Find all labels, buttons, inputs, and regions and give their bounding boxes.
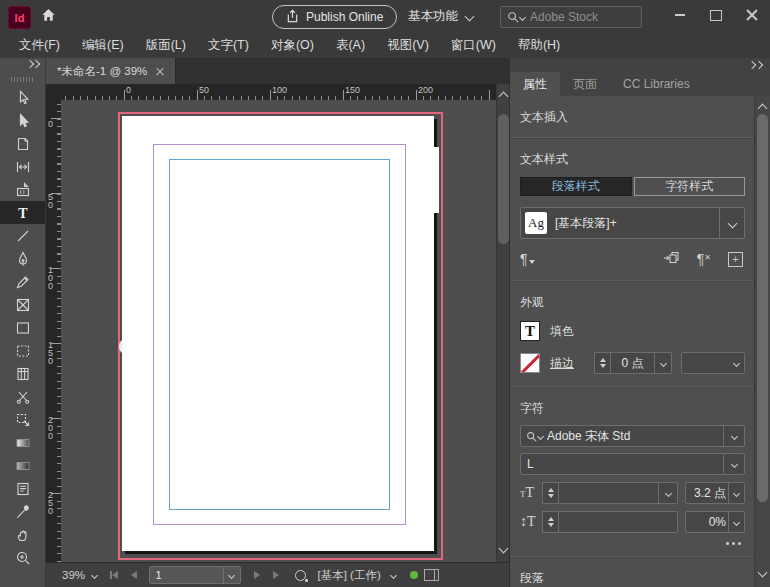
- direct-selection-tool[interactable]: [0, 109, 45, 132]
- tools-collapse-button[interactable]: [0, 58, 45, 74]
- divider: [510, 280, 755, 281]
- leading-stepper[interactable]: [542, 511, 559, 533]
- scroll-down-icon[interactable]: [499, 544, 509, 554]
- stroke-color-swatch[interactable]: [520, 353, 540, 373]
- selection-tool[interactable]: [0, 86, 45, 109]
- publish-online-button[interactable]: Publish Online: [272, 5, 397, 29]
- workspace-switcher[interactable]: 基本功能: [408, 8, 473, 25]
- panel-tab-属性[interactable]: 属性: [510, 72, 560, 96]
- type-tool[interactable]: T: [0, 201, 45, 224]
- content-collector-tool[interactable]: [0, 178, 45, 201]
- pencil-tool[interactable]: [0, 270, 45, 293]
- menu-item-视图v[interactable]: 视图(V): [376, 32, 440, 58]
- font-style-dropdown[interactable]: L: [520, 453, 745, 475]
- style-tab-字符样式[interactable]: 字符样式: [634, 177, 746, 196]
- previous-page-icon: [131, 571, 137, 579]
- scroll-down-icon[interactable]: [758, 568, 768, 578]
- text-frame[interactable]: [169, 159, 390, 510]
- panel-collapse-button[interactable]: [749, 62, 762, 68]
- tab-close-icon[interactable]: [156, 67, 164, 75]
- gap-tool[interactable]: [0, 155, 45, 178]
- minimize-button[interactable]: [662, 0, 698, 30]
- paragraph-style-dropdown[interactable]: Ag [基本段落]+: [520, 207, 745, 239]
- stroke-label[interactable]: 描边: [550, 355, 574, 372]
- zoom-level-dropdown[interactable]: 39%: [62, 569, 97, 581]
- clear-overrides-button[interactable]: ¶✕: [697, 252, 711, 266]
- free-transform-tool[interactable]: [0, 408, 45, 431]
- adobe-stock-search-input[interactable]: Adobe Stock: [500, 6, 642, 28]
- font-size-dropdown[interactable]: [559, 482, 678, 504]
- scissors-tool[interactable]: [0, 385, 45, 408]
- preflight-profile: [基本] (工作): [318, 568, 381, 583]
- line-tool[interactable]: [0, 224, 45, 247]
- horizontal-ruler[interactable]: 050100150200: [61, 84, 497, 101]
- ruler-tick-label: 200: [418, 85, 433, 95]
- app-logo: Id: [8, 6, 31, 29]
- font-family-dropdown[interactable]: Adobe 宋体 Std: [520, 425, 745, 447]
- panel-tab-页面[interactable]: 页面: [560, 72, 610, 96]
- next-page-button[interactable]: [254, 571, 260, 579]
- document-tab[interactable]: *未命名-1 @ 39%: [46, 58, 176, 84]
- vertical-ruler[interactable]: 05 01 0 01 5 02 0 02 5 03 0 0: [46, 100, 62, 563]
- menu-item-文字t[interactable]: 文字(T): [197, 32, 260, 58]
- rectangle-tool[interactable]: [0, 316, 45, 339]
- first-page-button[interactable]: [110, 571, 118, 579]
- gradient-feather-tool[interactable]: [0, 454, 45, 477]
- last-page-button[interactable]: [273, 571, 279, 579]
- font-size-stepper[interactable]: [542, 482, 559, 504]
- paragraph-options-button[interactable]: ¶: [520, 252, 535, 266]
- page-number-dropdown[interactable]: 1: [149, 566, 241, 584]
- hand-tool[interactable]: [0, 523, 45, 546]
- grid-tool[interactable]: [0, 362, 45, 385]
- ellipse-tool[interactable]: [0, 339, 45, 362]
- page-tool[interactable]: [0, 132, 45, 155]
- note-tool[interactable]: [0, 477, 45, 500]
- rectangle-frame-tool[interactable]: [0, 293, 45, 316]
- size-secondary-dropdown[interactable]: 3.2 点: [685, 482, 745, 504]
- gradient-swatch-tool[interactable]: [0, 431, 45, 454]
- canvas-viewport[interactable]: [61, 100, 497, 563]
- stroke-weight-dropdown[interactable]: 0 点: [611, 352, 672, 374]
- eyedropper-tool[interactable]: [0, 500, 45, 523]
- menu-item-帮助h[interactable]: 帮助(H): [507, 32, 571, 58]
- pen-tool[interactable]: [0, 247, 45, 270]
- scroll-up-icon[interactable]: [758, 104, 768, 114]
- stroke-color-dropdown[interactable]: [681, 352, 745, 374]
- scale-dropdown[interactable]: 0%: [685, 511, 745, 533]
- leading-dropdown[interactable]: [559, 511, 678, 533]
- tools-panel: T: [0, 58, 46, 587]
- preflight-dropdown-icon[interactable]: [390, 571, 397, 578]
- preflight-menu-icon[interactable]: [295, 570, 306, 581]
- menu-item-文件f[interactable]: 文件(F): [8, 32, 71, 58]
- previous-page-button[interactable]: [131, 571, 137, 579]
- double-chevron-right-icon: [32, 60, 40, 68]
- menu-item-对象o[interactable]: 对象(O): [260, 32, 325, 58]
- fill-color-swatch[interactable]: T: [520, 321, 540, 341]
- menu-item-编辑e[interactable]: 编辑(E): [71, 32, 135, 58]
- panel-scrollbar[interactable]: [754, 96, 770, 587]
- ruler-origin-corner[interactable]: [46, 84, 62, 101]
- zoom-tool[interactable]: [0, 546, 45, 569]
- scroll-up-icon[interactable]: [499, 92, 509, 102]
- scrollbar-thumb[interactable]: [757, 114, 768, 502]
- scrollbar-thumb[interactable]: [498, 114, 509, 244]
- style-tab-段落样式[interactable]: 段落样式: [520, 177, 632, 196]
- tools-drag-grip[interactable]: [11, 77, 34, 82]
- panel-tab-cc-libraries[interactable]: CC Libraries: [610, 72, 703, 96]
- menu-item-表a[interactable]: 表(A): [325, 32, 376, 58]
- close-button[interactable]: [734, 0, 770, 30]
- stroke-weight-stepper[interactable]: [594, 352, 611, 374]
- chevron-down-icon: [732, 359, 739, 366]
- maximize-button[interactable]: [698, 0, 734, 30]
- create-style-button[interactable]: +: [728, 252, 743, 267]
- home-icon[interactable]: [40, 7, 57, 26]
- panels-icon[interactable]: [424, 569, 439, 581]
- ruler-tick-label: 2 5 0: [48, 491, 53, 515]
- menu-item-版面l[interactable]: 版面(L): [135, 32, 197, 58]
- redefine-style-button[interactable]: [663, 250, 680, 268]
- menu-item-窗口w[interactable]: 窗口(W): [440, 32, 507, 58]
- maximize-icon: [710, 10, 722, 21]
- canvas-vertical-scrollbar[interactable]: [496, 84, 510, 563]
- scale-value: 0%: [686, 515, 728, 529]
- more-options-button[interactable]: [520, 542, 745, 545]
